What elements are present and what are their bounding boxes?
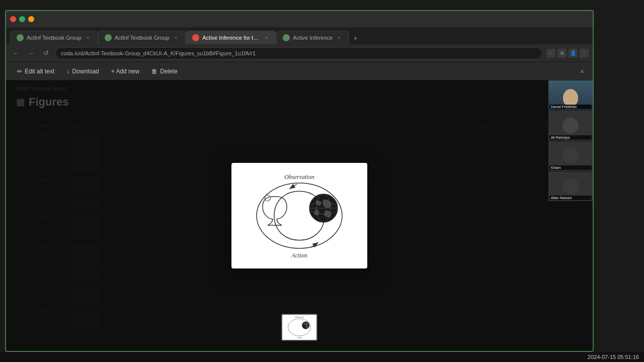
active-inference-diagram: Observation Action: [236, 168, 362, 263]
video-call-panel: Daniel Friedman Ali Rahmjoo Khiam: [548, 80, 593, 201]
svg-rect-0: [236, 168, 362, 263]
url-text: coda.io/d/ActInf-Textbook-Group_d4CkUI-A…: [61, 50, 256, 56]
tab-1-label: ActInf Textbook Group: [27, 35, 82, 41]
image-thumbnail[interactable]: Observation Action: [281, 314, 317, 341]
participant-daniel[interactable]: Daniel Friedman: [548, 80, 593, 110]
url-bar[interactable]: coda.io/d/ActInf-Textbook-Group_d4CkUI-A…: [55, 47, 542, 59]
participant-khiam-label: Khiam: [549, 165, 592, 170]
tab-1-close[interactable]: ×: [85, 34, 92, 41]
participant-allan[interactable]: Allan Hansen: [548, 171, 593, 201]
title-bar: [6, 11, 593, 27]
observation-label: Observation: [284, 173, 314, 180]
content-area: ActInf Textbook Group ▦ Figures Label Na…: [6, 80, 593, 351]
profile-icon[interactable]: 👤: [569, 49, 578, 58]
delete-label: Delete: [160, 68, 178, 75]
delete-icon: 🗑: [151, 68, 157, 75]
status-bar: 2024-07-15 05:51:16: [0, 352, 644, 362]
tab-4-favicon: [283, 34, 290, 41]
tab-3[interactable]: Active Inference for the... ×: [186, 31, 276, 44]
modal-overlay[interactable]: Observation Action: [6, 80, 593, 351]
browser-window: ActInf Textbook Group × ActInf Textbook …: [5, 10, 594, 352]
settings-icon[interactable]: ⋮: [580, 49, 589, 58]
participant-khiam[interactable]: Khiam: [548, 141, 593, 171]
svg-text:Action: Action: [296, 337, 302, 339]
svg-rect-9: [283, 315, 316, 340]
download-label: Download: [72, 68, 99, 75]
participant-daniel-label: Daniel Friedman: [549, 105, 592, 109]
tab-4[interactable]: Active Inference ×: [276, 31, 349, 44]
address-actions: ☆ ⊕ 👤 ⋮: [546, 49, 589, 58]
participant-ali-label: Ali Rahmjoo: [549, 135, 592, 140]
edit-alt-text-button[interactable]: ✏ Edit alt text: [12, 66, 59, 77]
refresh-button[interactable]: ↺: [40, 48, 51, 59]
tab-2[interactable]: ActInf Textbook Group ×: [98, 31, 186, 44]
tab-2-favicon: [105, 34, 112, 41]
tab-2-close[interactable]: ×: [172, 34, 179, 41]
download-button[interactable]: ↓ Download: [61, 66, 104, 77]
figure-modal: Observation Action: [231, 163, 367, 268]
tab-4-close[interactable]: ×: [336, 34, 343, 41]
toolbar-close-button[interactable]: ×: [577, 66, 588, 77]
status-datetime: 2024-07-15 05:51:16: [588, 354, 639, 360]
delete-button[interactable]: 🗑 Delete: [146, 66, 183, 77]
back-button[interactable]: ←: [10, 48, 21, 59]
maximize-window-button[interactable]: [19, 16, 25, 22]
action-label: Action: [291, 252, 307, 259]
extensions-icon[interactable]: ⊕: [557, 49, 567, 58]
tab-3-close[interactable]: ×: [263, 34, 270, 41]
new-tab-button[interactable]: +: [349, 32, 361, 44]
tab-2-label: ActInf Textbook Group: [115, 35, 170, 41]
window-controls: [10, 16, 34, 22]
edit-icon: ✏: [17, 68, 22, 75]
tab-1[interactable]: ActInf Textbook Group ×: [10, 31, 98, 44]
tab-4-label: Active Inference: [293, 35, 333, 41]
svg-point-13: [302, 322, 309, 329]
tab-3-label: Active Inference for the...: [202, 35, 260, 41]
download-icon: ↓: [66, 68, 69, 75]
svg-text:Observation: Observation: [295, 316, 304, 318]
minimize-window-button[interactable]: [28, 16, 34, 22]
star-icon[interactable]: ☆: [546, 49, 555, 58]
thumbnail-diagram: Observation Action: [282, 315, 316, 340]
close-window-button[interactable]: [10, 16, 16, 22]
toolbar: ✏ Edit alt text ↓ Download + Add new 🗑 D…: [6, 62, 593, 80]
tabs-bar: ActInf Textbook Group × ActInf Textbook …: [6, 27, 593, 44]
add-new-button[interactable]: + Add new: [106, 66, 144, 77]
forward-button[interactable]: →: [25, 48, 36, 59]
participant-ali[interactable]: Ali Rahmjoo: [548, 111, 593, 140]
tab-1-favicon: [17, 34, 24, 41]
add-new-label: + Add new: [111, 68, 139, 75]
address-bar: ← → ↺ coda.io/d/ActInf-Textbook-Group_d4…: [6, 44, 593, 62]
edit-alt-text-label: Edit alt text: [25, 68, 54, 75]
participant-allan-label: Allan Hansen: [549, 196, 592, 200]
tab-3-favicon: [192, 34, 199, 41]
